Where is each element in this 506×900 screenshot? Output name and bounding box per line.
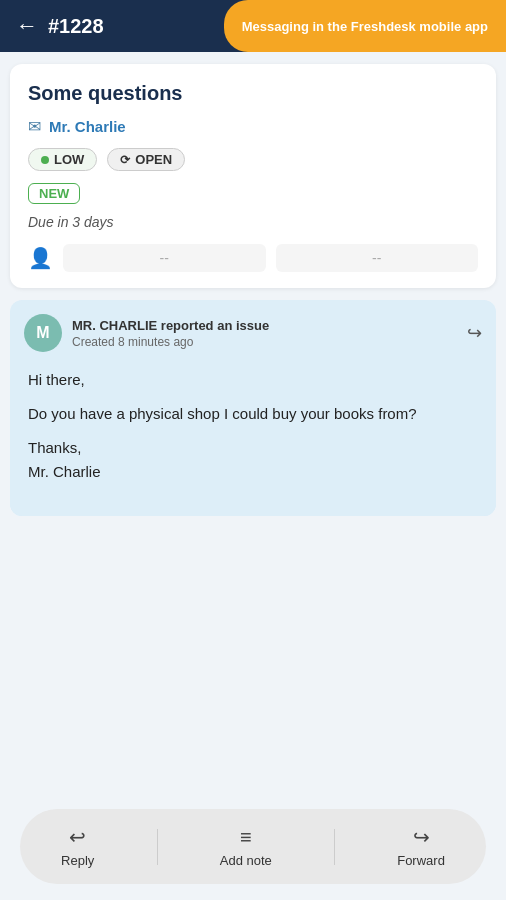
message-header: M MR. CHARLIE reported an issue Created … (10, 300, 496, 362)
email-icon: ✉ (28, 117, 41, 136)
ticket-badges: LOW ⟳ OPEN (28, 148, 478, 171)
avatar: M (24, 314, 62, 352)
divider-1 (157, 829, 158, 865)
pulse-icon: ⟳ (120, 153, 130, 167)
message-line-2: Do you have a physical shop I could buy … (28, 402, 478, 426)
action-bar: ↩ Reply ≡ Add note ↪ Forward (0, 799, 506, 900)
message-line-1: Hi there, (28, 368, 478, 392)
ticket-assignee: 👤 -- -- (28, 244, 478, 272)
header-banner: Messaging in the Freshdesk mobile app (224, 0, 506, 52)
add-note-button[interactable]: ≡ Add note (200, 820, 292, 874)
page-header: ← #1228 Messaging in the Freshdesk mobil… (0, 0, 506, 52)
message-reporter: MR. CHARLIE reported an issue (72, 318, 269, 333)
low-dot (41, 156, 49, 164)
divider-2 (334, 829, 335, 865)
action-bar-inner: ↩ Reply ≡ Add note ↪ Forward (20, 809, 486, 884)
ticket-title: Some questions (28, 82, 478, 105)
message-time: Created 8 minutes ago (72, 335, 269, 349)
reply-label: Reply (61, 853, 94, 868)
message-body: Hi there, Do you have a physical shop I … (10, 362, 496, 516)
back-button[interactable]: ← (16, 13, 38, 39)
forward-label: Forward (397, 853, 445, 868)
reply-forward-icon[interactable]: ↪ (467, 322, 482, 344)
from-name: Mr. Charlie (49, 118, 126, 135)
assignee-field-1[interactable]: -- (63, 244, 266, 272)
assignee-field-2[interactable]: -- (276, 244, 479, 272)
message-section: M MR. CHARLIE reported an issue Created … (10, 300, 496, 516)
assignee-icon: 👤 (28, 246, 53, 270)
badge-low: LOW (28, 148, 97, 171)
badge-open: ⟳ OPEN (107, 148, 185, 171)
add-note-label: Add note (220, 853, 272, 868)
message-meta: MR. CHARLIE reported an issue Created 8 … (72, 318, 269, 349)
reply-icon: ↩ (69, 825, 86, 849)
forward-button[interactable]: ↪ Forward (377, 819, 465, 874)
message-line-3: Thanks, Mr. Charlie (28, 436, 478, 484)
badge-new: NEW (28, 183, 80, 204)
ticket-id: #1228 (48, 15, 104, 38)
note-icon: ≡ (240, 826, 252, 849)
reply-button[interactable]: ↩ Reply (41, 819, 114, 874)
ticket-from: ✉ Mr. Charlie (28, 117, 478, 136)
message-header-left: M MR. CHARLIE reported an issue Created … (24, 314, 269, 352)
due-text: Due in 3 days (28, 214, 478, 230)
forward-icon: ↪ (413, 825, 430, 849)
ticket-card: Some questions ✉ Mr. Charlie LOW ⟳ OPEN … (10, 64, 496, 288)
